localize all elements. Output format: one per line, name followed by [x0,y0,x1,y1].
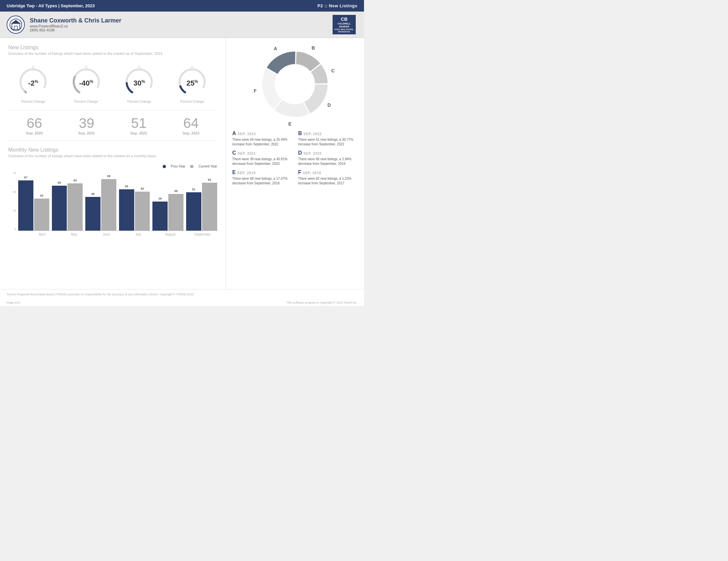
stat-num-3: 64 [182,115,199,131]
legend-entry-C: C Sep, 2021 There were 39 new listings, … [232,150,292,166]
bar-current-5 [202,183,217,231]
bar-current-3 [135,192,150,231]
monthly-subtitle: Overview of the number of listings which… [8,154,217,158]
x-label-0: April [27,233,57,236]
donut-segment-D [304,84,328,114]
bar-prior-4 [152,202,168,231]
bar-chart: 75 50 25 0 67 43 60 63 [8,172,217,238]
prior-year-label: Prior Year [171,165,185,168]
bar-group-5: 51 64 [186,183,217,231]
donut-label-B: B [311,45,315,51]
legend-period-C: Sep, 2021 [238,152,256,155]
legend-period-E: Sep, 2019 [237,171,256,175]
stat-label-1: Sep, 2021 [78,131,95,135]
bar-group-2: 45 69 [85,179,116,231]
disclaimer-text: Toronto Regional Real Estate Board (TRRE… [7,293,193,296]
bar-group-4: 39 49 [152,194,183,231]
bar-prior-0 [18,180,33,231]
chart-legend: Prior Year Current Year [8,165,217,168]
x-label-2: June [92,233,121,236]
agent-name: Shane Coxworth & Chris Larmer [30,17,121,24]
svg-text:⌂: ⌂ [85,64,87,69]
legend-grid: A Sep, 2023 There were 64 new listings, … [232,131,357,186]
agent-website: www.PowerofBluex2.ca [30,24,121,28]
stat-num-1: 39 [78,115,95,131]
gauge-label-0: Percent Change [21,100,45,103]
current-year-label: Current Year [198,165,217,168]
legend-text-D: There were 66 new listings, a 2.94% decr… [298,157,357,166]
legend-period-A: Sep, 2023 [238,132,256,136]
donut-label-A: A [274,46,277,51]
gauge-label-3: Percent Change [180,100,204,103]
legend-period-D: Sep, 2020 [303,152,322,155]
gauge-circle-2: ⌂ 30% [121,62,157,99]
new-listings-subtitle: Overview of the number of listings which… [8,52,217,56]
stat-label-3: Sep, 2023 [182,131,199,135]
footer-page: Page 2/13 This software program is Copyr… [0,299,364,306]
legend-letter-C: C [232,150,236,156]
prior-year-dot [163,165,166,168]
stat-item-3: 64 Sep, 2023 [182,115,199,135]
new-listings-title: New Listings [8,45,217,51]
legend-entry-A: A Sep, 2023 There were 64 new listings, … [232,131,292,147]
bar-group-3: 55 52 [119,189,150,231]
header-page: P2 :: New Listings [317,3,357,8]
agent-logo-icon [7,16,25,34]
gauge-circle-3: ⌂ 25% [174,62,210,99]
bar-prior-2 [85,197,101,231]
legend-period-B: Sep, 2022 [303,132,322,136]
stat-item-2: 51 Sep, 2022 [130,115,147,135]
page-number: Page 2/13 [7,301,20,304]
svg-marker-3 [11,20,21,24]
donut-label-C: C [331,68,335,73]
donut-chart-container: ABCDEF [232,43,357,126]
legend-text-B: There were 51 new listings, a 30.77% inc… [298,138,357,147]
donut-label-F: F [254,88,257,94]
legend-letter-E: E [232,170,236,175]
x-label-5: September [188,233,217,236]
legend-letter-D: D [298,150,302,156]
bar-prior-3 [119,189,134,231]
stat-item-0: 66 Sep, 2020 [26,115,43,135]
gauge-item-3: ⌂ 25% Percent Change [174,62,210,103]
svg-rect-2 [14,26,18,29]
x-label-4: August [156,233,185,236]
monthly-title: Monthly New Listings [8,147,217,153]
agent-left: Shane Coxworth & Chris Larmer www.Powero… [7,16,121,34]
main-content: New Listings Overview of the number of l… [0,38,364,289]
gauge-item-0: ⌂ -2% Percent Change [15,62,51,103]
legend-letter-B: B [298,131,302,136]
agent-phone: (905) 852-4338 [30,28,121,32]
stat-label-0: Sep, 2020 [26,131,43,135]
header-title: Uxbridge Twp - All Types | September, 20… [7,3,95,8]
bar-prior-1 [52,186,67,231]
bar-current-1 [67,183,83,231]
left-panel: New Listings Overview of the number of l… [0,38,226,289]
svg-text:⌂: ⌂ [32,64,34,69]
agent-info: Shane Coxworth & Chris Larmer www.Powero… [30,17,121,32]
gauge-item-1: ⌂ -40% Percent Change [68,62,104,103]
legend-letter-A: A [232,131,236,136]
stats-row: 66 Sep, 2020 39 Sep, 2021 51 Sep, 2022 6… [8,110,217,140]
legend-entry-E: E Sep, 2019 There were 68 new listings, … [232,170,292,186]
x-label-3: July [124,233,153,236]
donut-label-E: E [288,121,291,126]
gauge-circle-0: ⌂ -2% [15,62,51,99]
coldwell-banker-logo: CB COLDWELLBANKER R.M.R. REAL ESTATE,BRO… [331,16,357,34]
bar-current-0 [34,199,49,231]
footer-disclaimer: Toronto Regional Real Estate Board (TRRE… [0,289,364,299]
current-year-dot [190,165,193,168]
legend-period-F: Sep, 2018 [303,171,321,175]
gauge-item-2: ⌂ 30% Percent Change [121,62,157,103]
gauge-circle-1: ⌂ -40% [68,62,104,99]
stat-num-2: 51 [130,115,147,131]
bar-group-1: 60 63 [52,183,83,231]
bar-current-4 [168,194,183,231]
stat-num-0: 66 [26,115,43,131]
legend-text-E: There were 68 new listings, a 17.07% dec… [232,177,292,186]
bar-current-2 [101,179,116,231]
stat-label-2: Sep, 2022 [130,131,147,135]
y-axis: 75 50 25 0 [8,172,18,231]
bar-prior-5 [186,192,201,231]
copyright: This software program is Copyright © 202… [286,301,357,304]
